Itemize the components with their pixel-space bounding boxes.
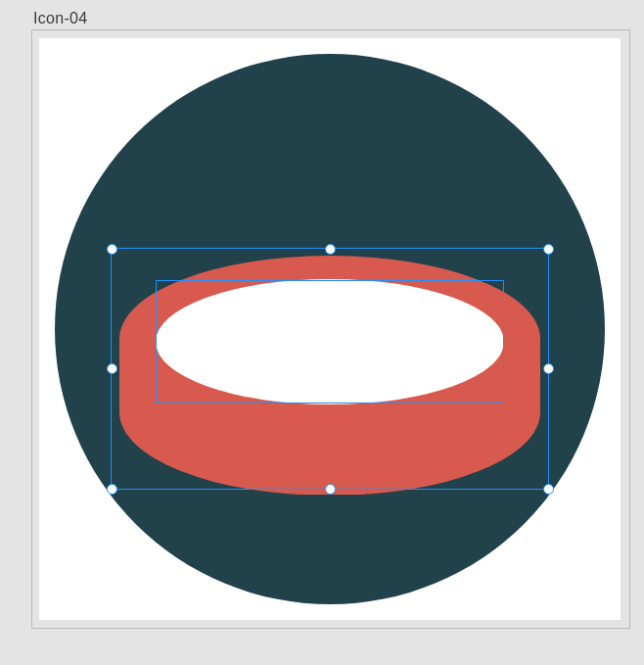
selection-handle-top-left[interactable] [107, 244, 117, 255]
canvas-stage: Icon-04 [0, 0, 644, 665]
selection-handle-bottom-left[interactable] [107, 484, 117, 495]
selection-handle-bottom-right[interactable] [543, 484, 554, 495]
artboard-label[interactable]: Icon-04 [33, 10, 87, 27]
selection-handle-top-middle[interactable] [325, 244, 336, 255]
artboard[interactable] [39, 38, 621, 620]
selection-handle-bottom-middle[interactable] [325, 484, 336, 495]
selection-handle-middle-right[interactable] [543, 363, 554, 374]
selection-handle-top-right[interactable] [543, 244, 554, 255]
selection-handle-middle-left[interactable] [107, 363, 117, 374]
selection-bounding-box[interactable] [111, 248, 549, 490]
